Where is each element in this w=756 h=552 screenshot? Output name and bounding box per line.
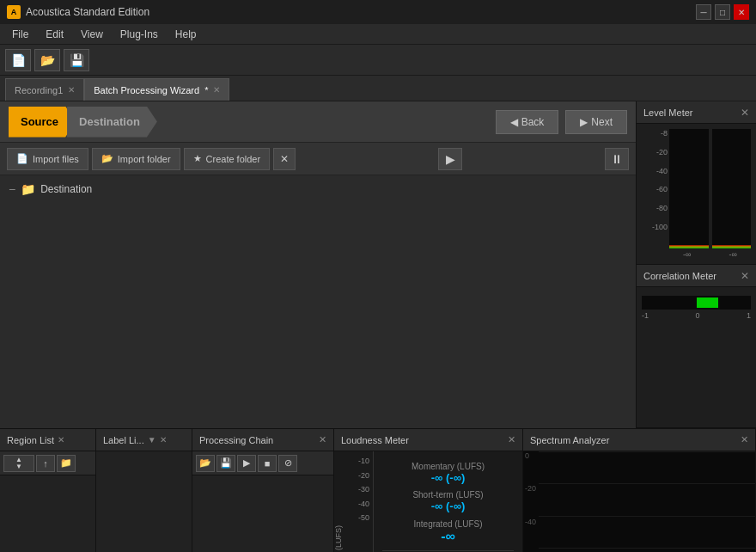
- label-list-panel: Label Li... ▼ ✕: [96, 429, 192, 552]
- play-button[interactable]: ▶: [438, 148, 462, 170]
- correlation-labels: -1 0 1: [642, 311, 751, 320]
- level-values: -∞ -∞: [642, 250, 751, 259]
- label-list-body: [96, 451, 192, 552]
- menu-view[interactable]: View: [72, 24, 112, 45]
- loudness-scale-20: -20: [358, 471, 369, 480]
- label-list-close[interactable]: ✕: [160, 435, 167, 445]
- correlation-meter-title: Correlation Meter: [643, 271, 716, 281]
- level-meter-panel: Level Meter ✕ -8 -20 -40 -60 -80 -100: [637, 101, 756, 265]
- region-list-header: Region List ✕: [0, 429, 95, 451]
- content-area: Source Destination ◀ Back ▶ Next 📄: [0, 101, 636, 428]
- proc-bypass-button[interactable]: ⊘: [278, 455, 297, 472]
- proc-open-button[interactable]: 📂: [196, 455, 215, 472]
- open-button[interactable]: 📂: [34, 49, 60, 71]
- loudness-scale-30: -30: [358, 485, 369, 494]
- import-files-icon: 📄: [16, 153, 28, 164]
- bottom-area: Region List ✕ ▲ ▼ ↑ 📁 Label Li... ▼ ✕ Pr…: [0, 428, 756, 552]
- next-icon: ▶: [580, 116, 588, 128]
- menu-edit[interactable]: Edit: [37, 24, 72, 45]
- import-files-button[interactable]: 📄 Import files: [7, 148, 88, 170]
- level-left-value: -∞: [669, 250, 705, 259]
- region-list-panel: Region List ✕ ▲ ▼ ↑ 📁: [0, 429, 96, 552]
- app-icon: A: [7, 5, 21, 19]
- momentary-reading: Momentary (LUFS) -∞ (-∞): [382, 462, 514, 484]
- correlation-meter-close[interactable]: ✕: [741, 270, 749, 282]
- spectrum-body: 0 -20 -40 -60 -80 20 200 2000 20000: [523, 451, 755, 552]
- proc-save-button[interactable]: 💾: [216, 455, 235, 472]
- label-list-dropdown[interactable]: ▼: [148, 435, 156, 445]
- wizard-step-destination[interactable]: Destination: [67, 107, 157, 138]
- short-term-value: -∞ (-∞): [382, 500, 514, 512]
- tab-batch-wizard[interactable]: Batch Processing Wizard * ✕: [84, 78, 229, 101]
- menu-plugins[interactable]: Plug-Ins: [112, 24, 167, 45]
- right-panel: Level Meter ✕ -8 -20 -40 -60 -80 -100: [636, 101, 756, 428]
- level-fill-right: [712, 245, 752, 248]
- processing-chain-header: Processing Chain ✕: [192, 429, 333, 451]
- folder-name: Destination: [40, 183, 92, 195]
- proc-stop-button[interactable]: ■: [258, 455, 277, 472]
- integrated-value: -∞: [382, 529, 514, 544]
- level-meter-close[interactable]: ✕: [741, 107, 749, 119]
- menu-file[interactable]: File: [3, 24, 37, 45]
- region-list-close[interactable]: ✕: [58, 435, 64, 445]
- loudness-meter-panel: Loudness Meter ✕ -10 -20 -30 -40 -50 Lou…: [334, 429, 523, 552]
- proc-body: +: [192, 475, 333, 552]
- level-bar-right: [712, 129, 752, 248]
- next-label: Next: [591, 116, 613, 128]
- tab-batch-modified: *: [204, 85, 208, 95]
- loudness-readings: Momentary (LUFS) -∞ (-∞) Short-term (LUF…: [374, 451, 522, 552]
- proc-play-button[interactable]: ▶: [237, 455, 256, 472]
- region-folder-button[interactable]: 📁: [57, 455, 76, 472]
- clear-button[interactable]: ✕: [273, 148, 296, 170]
- close-button[interactable]: ✕: [734, 4, 749, 20]
- tab-recording1[interactable]: Recording1 ✕: [5, 78, 84, 101]
- level-meter-title: Level Meter: [643, 107, 692, 118]
- region-list-body: [0, 475, 95, 552]
- processing-chain-label: Processing Chain: [199, 435, 273, 445]
- tab-batch-label: Batch Processing Wizard: [94, 85, 199, 95]
- short-term-reading: Short-term (LUFS) -∞ (-∞): [382, 490, 514, 512]
- title-bar: A Acoustica Standard Edition ─ □ ✕: [0, 0, 756, 24]
- loudness-meter-close[interactable]: ✕: [508, 434, 515, 445]
- label-list-header: Label Li... ▼ ✕: [96, 429, 192, 451]
- processing-chain-close[interactable]: ✕: [319, 434, 326, 445]
- level-right-value: -∞: [716, 250, 752, 259]
- level-meter-header: Level Meter ✕: [637, 101, 756, 124]
- minimize-button[interactable]: ─: [696, 4, 711, 20]
- tab-recording1-close[interactable]: ✕: [68, 85, 75, 95]
- import-files-label: Import files: [33, 154, 79, 164]
- wizard-step-source[interactable]: Source: [9, 107, 76, 138]
- tab-batch-close[interactable]: ✕: [213, 85, 220, 95]
- pause-button[interactable]: ⏸: [605, 148, 629, 170]
- tab-bar: Recording1 ✕ Batch Processing Wizard * ✕: [0, 76, 756, 101]
- import-folder-button[interactable]: 📂 Import folder: [92, 148, 180, 170]
- file-list: − 📁 Destination: [0, 175, 636, 428]
- level-bar-left: [669, 129, 709, 248]
- save-button[interactable]: 💾: [64, 49, 89, 71]
- loudness-meter-label: Loudness Meter: [341, 435, 409, 445]
- region-spinner[interactable]: ▲ ▼: [3, 455, 34, 472]
- correlation-meter-body: -1 0 1: [637, 287, 756, 325]
- back-button[interactable]: ◀ Back: [496, 110, 559, 134]
- tab-recording1-label: Recording1: [15, 85, 63, 95]
- corr-label-center: 0: [695, 311, 699, 320]
- wizard-nav: ◀ Back ▶ Next: [496, 110, 627, 134]
- collapse-icon[interactable]: −: [9, 182, 15, 196]
- momentary-value: -∞ (-∞): [382, 471, 514, 484]
- next-button[interactable]: ▶ Next: [565, 110, 627, 134]
- wizard-step-destination-label: Destination: [79, 115, 140, 128]
- create-folder-button[interactable]: ★ Create folder: [184, 148, 271, 170]
- loudness-axis-label: Loudness (LUFS): [334, 525, 373, 552]
- spec-y-0: 0: [525, 451, 536, 460]
- menu-help[interactable]: Help: [167, 24, 205, 45]
- spectrum-y-labels: 0 -20 -40 -60 -80: [525, 451, 536, 552]
- region-up-button[interactable]: ↑: [36, 455, 55, 472]
- momentary-label: Momentary (LUFS): [382, 462, 514, 471]
- main-area: Source Destination ◀ Back ▶ Next 📄: [0, 101, 756, 428]
- new-button[interactable]: 📄: [5, 49, 31, 71]
- import-folder-icon: 📂: [101, 153, 113, 164]
- level-fill-left: [669, 245, 709, 248]
- spectrum-close[interactable]: ✕: [741, 434, 748, 445]
- maximize-button[interactable]: □: [715, 4, 730, 20]
- spectrum-grid: [539, 451, 755, 552]
